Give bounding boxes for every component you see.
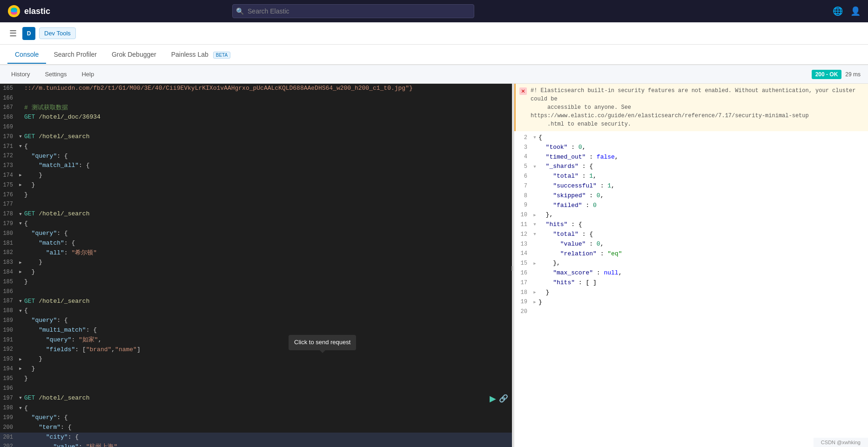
code-line: 193 ▶ } [0, 354, 512, 364]
main-layout: 165 :://m.tuniucdn.com/fb2/t1/G1/M00/3E/… [0, 84, 868, 447]
code-line: 195 } [0, 374, 512, 384]
response-output: 2 ▼ { 3 "took" : 0, 4 "timed_out" : fals… [514, 131, 868, 319]
secondary-navigation: ☰ D Dev Tools [0, 22, 868, 45]
settings-button[interactable]: Settings [41, 69, 70, 80]
response-line: 6 "total" : 1, [514, 172, 868, 181]
tab-painless-lab[interactable]: Painless Lab BETA [164, 46, 238, 64]
response-line: 2 ▼ { [514, 133, 868, 143]
code-line: 180 "query": { [0, 229, 512, 239]
code-line: 189 "query": { [0, 316, 512, 326]
response-line: 20 [514, 307, 868, 317]
code-line: 165 :://m.tuniucdn.com/fb2/t1/G1/M00/3E/… [0, 84, 512, 93]
devtools-breadcrumb[interactable]: Dev Tools [39, 27, 76, 39]
code-line: 200 "term": { [0, 423, 512, 433]
avatar-button[interactable]: D [22, 27, 35, 40]
code-editor[interactable]: 165 :://m.tuniucdn.com/fb2/t1/G1/M00/3E/… [0, 84, 512, 447]
top-navigation: elastic 🔍 🌐 👤 [0, 0, 868, 22]
code-line: 186 [0, 287, 512, 297]
pane-separator[interactable] [512, 84, 514, 447]
svg-point-3 [11, 10, 17, 13]
response-line: 3 "took" : 0, [514, 143, 868, 153]
code-line: 178 ▼ GET /hotel/_search [0, 209, 512, 219]
code-line: 175 ▶ } [0, 180, 512, 190]
time-badge: 29 ms [845, 71, 861, 78]
elastic-logo-icon [7, 5, 20, 18]
help-icon[interactable]: 🌐 [833, 6, 843, 16]
copy-curl-button[interactable]: 🔗 [499, 394, 508, 403]
response-line: 4 "timed_out" : false, [514, 153, 868, 162]
code-line: 177 [0, 200, 512, 210]
footer-text: CSDN @xwhking [821, 440, 861, 445]
footer-bar: CSDN @xwhking [814, 438, 868, 447]
code-line: 201 "city": { [0, 433, 512, 442]
code-line: 181 "match": { [0, 239, 512, 248]
code-line: 187 ▼ GET /hotel/_search [0, 297, 512, 307]
tab-console[interactable]: Console [7, 46, 46, 64]
elastic-logo[interactable]: elastic [7, 5, 50, 18]
tab-bar: Console Search Profiler Grok Debugger Pa… [0, 45, 868, 65]
code-line: 190 "multi_match": { [0, 326, 512, 335]
warning-text: #! Elasticsearch built-in security featu… [531, 87, 862, 128]
code-line: 196 [0, 384, 512, 394]
response-line: 7 "successful" : 1, [514, 181, 868, 191]
help-button[interactable]: Help [78, 69, 98, 80]
code-line: 176 } [0, 190, 512, 200]
response-line: 14 "relation" : "eq" [514, 249, 868, 259]
beta-badge: BETA [213, 52, 230, 59]
code-line: 167 # 测试获取数据 [0, 103, 512, 113]
response-line: 8 "skipped" : 0, [514, 191, 868, 201]
code-line: 199 "query": { [0, 413, 512, 423]
response-line: 5 ▼ "_shards" : { [514, 162, 868, 172]
editor-pane[interactable]: 165 :://m.tuniucdn.com/fb2/t1/G1/M00/3E/… [0, 84, 512, 447]
response-line: 18 ▶ } [514, 288, 868, 298]
security-warning-banner: ✕ #! Elasticsearch built-in security fea… [514, 84, 868, 131]
tab-grok-debugger[interactable]: Grok Debugger [104, 46, 164, 64]
run-request-button[interactable]: ▶ [490, 394, 496, 404]
code-line: 197 ▼ GET /hotel/_search ▶ 🔗 [0, 394, 512, 404]
code-line: 171 ▼ { [0, 142, 512, 152]
code-line: 194 ▶ } [0, 364, 512, 374]
code-line: 174 ▶ } [0, 171, 512, 180]
code-line: 170 ▼ GET /hotel/_search [0, 132, 512, 142]
history-button[interactable]: History [7, 69, 34, 80]
code-line: 185 } [0, 277, 512, 287]
user-icon[interactable]: 👤 [850, 6, 861, 16]
response-line: 17 "hits" : [ ] [514, 278, 868, 288]
code-line: 182 "all": "希尔顿" [0, 248, 512, 258]
search-input[interactable] [232, 4, 474, 18]
nav-right-icons: 🌐 👤 [833, 6, 861, 16]
response-line: 19 ▶ } [514, 298, 868, 307]
code-line: 166 [0, 93, 512, 103]
response-line: 13 "value" : 0, [514, 240, 868, 249]
response-line: 12 ▼ "total" : { [514, 230, 868, 240]
code-line: 169 [0, 122, 512, 132]
code-line: 183 ▶ } [0, 258, 512, 267]
code-line: 191 "query": "如家", [0, 335, 512, 345]
hamburger-button[interactable]: ☰ [7, 27, 19, 40]
response-line: 15 ▶ }, [514, 259, 868, 268]
response-line: 11 ▼ "hits" : { [514, 220, 868, 230]
code-line: 173 "match_all": { [0, 161, 512, 171]
console-toolbar: History Settings Help 200 - OK 29 ms [0, 65, 868, 84]
response-line: 16 "max_score" : null, [514, 268, 868, 278]
global-search-bar[interactable]: 🔍 [232, 4, 474, 18]
search-icon: 🔍 [236, 7, 244, 15]
code-line: 198 ▼ { [0, 404, 512, 414]
response-pane: ✕ #! Elasticsearch built-in security fea… [514, 84, 868, 447]
response-line: 10 ▶ }, [514, 210, 868, 220]
tab-search-profiler[interactable]: Search Profiler [46, 46, 104, 64]
code-line: 188 ▼ { [0, 306, 512, 316]
code-line: 202 "value": "杭州上海" [0, 442, 512, 447]
code-line: 179 ▼ { [0, 219, 512, 229]
code-line: 168 GET /hotel/_doc/36934 [0, 113, 512, 122]
status-badge: 200 - OK [812, 70, 842, 79]
warning-close-button[interactable]: ✕ [519, 87, 527, 95]
code-line: 192 "fields": ["brand","name"] [0, 345, 512, 355]
code-line: 184 ▶ } [0, 267, 512, 277]
response-line: 9 "failed" : 0 [514, 201, 868, 211]
elastic-logo-text: elastic [24, 7, 50, 16]
code-line: 172 "query": { [0, 152, 512, 161]
